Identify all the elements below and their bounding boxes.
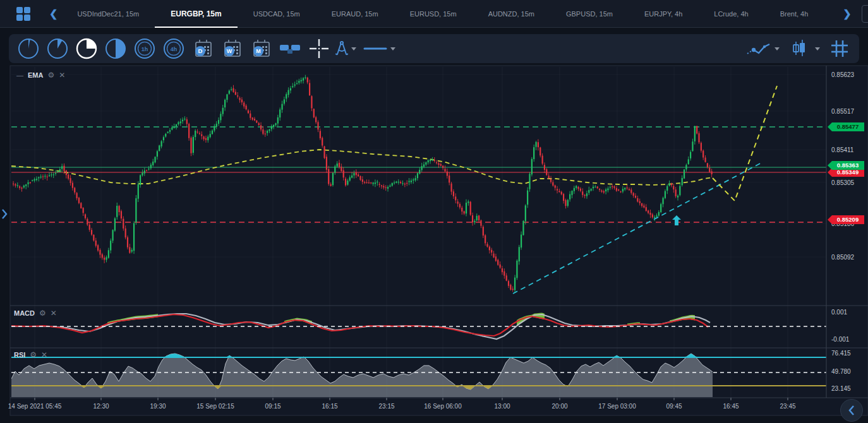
axis-label: 76.415: [831, 350, 851, 357]
axis-label: 0.001: [831, 309, 847, 316]
svg-text:0.85363: 0.85363: [837, 162, 859, 169]
time-label: 14 Sep 2021 05:45: [8, 403, 62, 410]
time-label: 23:15: [378, 403, 394, 410]
axis-label: 0.85092: [831, 254, 855, 261]
time-label: 23:45: [780, 403, 795, 410]
time-label: 16 Sep 06:00: [424, 403, 462, 410]
axis-label: 0.85411: [831, 146, 854, 153]
rsi-label: RSI: [14, 351, 25, 359]
svg-text:0.85209: 0.85209: [837, 216, 859, 223]
rsi-settings-gear-icon[interactable]: ⚙: [30, 350, 37, 359]
axis-label: 49.780: [831, 368, 851, 375]
axis-label: 0.85305: [831, 179, 855, 186]
ema-settings-gear-icon[interactable]: ⚙: [47, 71, 54, 80]
time-label: 13:00: [494, 403, 510, 410]
axis-label: 0.85517: [831, 108, 855, 115]
time-label: 17 Sep 03:00: [598, 403, 636, 410]
macd-settings-gear-icon[interactable]: ⚙: [39, 309, 46, 318]
ema-legend: — EMA ⚙ ✕: [16, 71, 65, 80]
trading-app-window: ❮ USDIndDec21, 15mEURGBP, 15mUSDCAD, 15m…: [0, 0, 868, 423]
time-label: 15 Sep 02:15: [196, 403, 234, 410]
collapse-bottom-panel-button[interactable]: [840, 399, 863, 422]
axis-label: 23.145: [831, 385, 851, 392]
time-label: 16:15: [322, 403, 337, 410]
rsi-legend: RSI ⚙ ✕: [14, 350, 47, 359]
left-panel-expand-icon[interactable]: [1, 208, 8, 223]
ema-label: EMA: [28, 71, 43, 79]
collapse-pane-icon[interactable]: —: [16, 71, 23, 79]
time-label: 16:45: [723, 403, 738, 410]
svg-text:0.85477: 0.85477: [837, 123, 859, 130]
chart-canvas[interactable]: 0.856230.855170.854110.853050.851860.850…: [0, 0, 868, 423]
axis-label: 0.85623: [831, 71, 855, 78]
time-label: 09:15: [265, 403, 280, 410]
time-label: 19:30: [150, 403, 166, 410]
macd-close-icon[interactable]: ✕: [51, 309, 57, 318]
time-label: 12:30: [93, 403, 109, 410]
axis-label: -0.001: [831, 336, 850, 343]
time-label: 20:00: [552, 403, 567, 410]
ema-close-icon[interactable]: ✕: [59, 71, 65, 80]
time-label: 09:45: [666, 403, 682, 410]
rsi-close-icon[interactable]: ✕: [41, 350, 47, 359]
macd-label: MACD: [14, 309, 35, 317]
macd-legend: MACD ⚙ ✕: [14, 309, 57, 318]
